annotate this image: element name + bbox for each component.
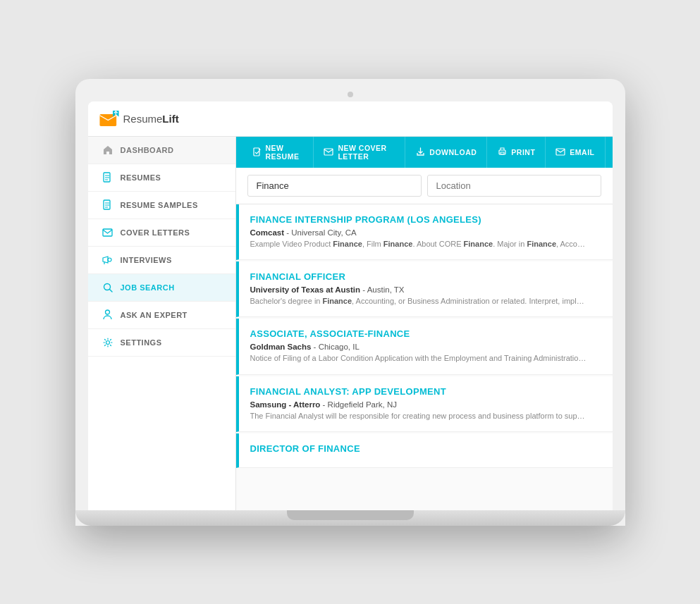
new-resume-label: NEW RESUME: [266, 144, 304, 161]
job-desc-0: Example Video Product Finance, Film Fina…: [250, 239, 589, 249]
svg-line-16: [109, 289, 112, 292]
new-cover-letter-icon: [324, 147, 333, 157]
job-title-3: FINANCIAL ANALYST: APP DEVELOPMENT: [250, 386, 601, 397]
job-desc-2: Notice of Filing of a Labor Condition Ap…: [250, 353, 589, 364]
download-button[interactable]: DOWNLOAD: [405, 137, 487, 168]
new-cover-letter-label: NEW COVER LETTER: [338, 144, 395, 161]
download-icon: [415, 147, 425, 157]
svg-rect-13: [108, 258, 111, 261]
keyword-search-input[interactable]: [247, 175, 422, 197]
sidebar-item-job-search[interactable]: JOB SEARCH: [88, 274, 235, 302]
person-icon: [102, 309, 113, 321]
laptop-base: [75, 510, 625, 526]
job-card-3[interactable]: FINANCIAL ANALYST: APP DEVELOPMENT Samsu…: [236, 376, 613, 432]
svg-point-17: [106, 310, 110, 314]
job-title-2: ASSOCIATE, ASSOCIATE-FINANCE: [250, 328, 601, 339]
job-title-1: FINANCIAL OFFICER: [250, 271, 601, 282]
megaphone-icon: [102, 254, 113, 266]
svg-rect-22: [501, 152, 504, 154]
action-toolbar: NEW RESUME NEW COVER LETTER: [236, 137, 613, 168]
sidebar: DASHBOARD RESUMES: [88, 137, 236, 510]
job-company-2: Goldman Sachs - Chicago, IL: [250, 343, 601, 351]
sidebar-item-ask-expert[interactable]: ASK AN EXPERT: [88, 302, 235, 329]
svg-marker-12: [103, 257, 108, 263]
job-title-4: DIRECTOR OF FINANCE: [250, 443, 601, 454]
job-card-2[interactable]: ASSOCIATE, ASSOCIATE-FINANCE Goldman Sac…: [236, 319, 613, 374]
job-card-0[interactable]: FINANCE INTERNSHIP PROGRAM (LOS ANGELES)…: [236, 204, 613, 260]
home-icon: [102, 144, 113, 156]
laptop-camera: [348, 92, 353, 97]
print-label: PRINT: [511, 148, 535, 156]
sidebar-item-dashboard[interactable]: DASHBOARD: [88, 137, 235, 164]
sidebar-item-interviews[interactable]: INTERVIEWS: [88, 247, 235, 274]
logo-text: ResumeLift: [123, 113, 179, 125]
sidebar-label-settings: SETTINGS: [121, 338, 162, 347]
new-resume-button[interactable]: NEW RESUME: [243, 137, 314, 168]
email-label: EMAIL: [570, 148, 594, 156]
job-company-1: University of Texas at Austin - Austin, …: [250, 285, 601, 294]
file-icon: [102, 172, 113, 183]
svg-rect-11: [103, 229, 112, 236]
laptop-stand: [287, 510, 414, 520]
file-list-icon: [102, 199, 113, 211]
job-card-4[interactable]: DIRECTOR OF FINANCE: [236, 433, 613, 468]
sidebar-label-interviews: INTERVIEWS: [121, 256, 172, 264]
sidebar-item-settings[interactable]: SETTINGS: [88, 329, 235, 357]
search-area: [236, 168, 613, 204]
sidebar-label-cover-letters: COVER LETTERS: [121, 228, 190, 237]
download-label: DOWNLOAD: [429, 148, 477, 156]
print-button[interactable]: PRINT: [487, 137, 546, 168]
sidebar-item-resume-samples[interactable]: RESUME SAMPLES: [88, 192, 235, 219]
app-container: ResumeLift DASHBOARD: [88, 101, 613, 510]
new-cover-letter-button[interactable]: NEW COVER LETTER: [314, 137, 405, 168]
job-desc-3: The Financial Analyst will be responsibl…: [250, 411, 589, 421]
sidebar-label-ask-expert: ASK AN EXPERT: [121, 311, 188, 319]
email-button[interactable]: EMAIL: [546, 137, 605, 168]
new-resume-icon: [253, 147, 262, 157]
laptop-screen: ResumeLift DASHBOARD: [88, 101, 613, 510]
sidebar-label-dashboard: DASHBOARD: [121, 146, 174, 154]
sidebar-label-resumes: RESUMES: [121, 173, 161, 182]
content-area: NEW RESUME NEW COVER LETTER: [236, 137, 613, 510]
job-title-0: FINANCE INTERNSHIP PROGRAM (LOS ANGELES): [250, 214, 601, 225]
job-listings: FINANCE INTERNSHIP PROGRAM (LOS ANGELES)…: [236, 204, 613, 510]
job-company-3: Samsung - Atterro - Ridgefield Park, NJ: [250, 400, 601, 409]
location-search-input[interactable]: [427, 175, 601, 197]
print-icon: [497, 147, 507, 157]
sidebar-label-resume-samples: RESUME SAMPLES: [121, 201, 198, 209]
gear-icon: [102, 337, 113, 348]
job-card-1[interactable]: FINANCIAL OFFICER University of Texas at…: [236, 261, 613, 317]
svg-point-18: [106, 340, 109, 344]
job-desc-1: Bachelor's degree in Finance, Accounting…: [250, 296, 589, 307]
email-icon: [555, 147, 565, 157]
logo-icon: [99, 111, 119, 126]
job-company-0: Comcast - Universal City, CA: [250, 228, 601, 237]
logo-area: ResumeLift: [99, 111, 179, 126]
app-header: ResumeLift: [88, 101, 613, 137]
sidebar-item-cover-letters[interactable]: COVER LETTERS: [88, 219, 235, 247]
sidebar-item-resumes[interactable]: RESUMES: [88, 164, 235, 192]
sidebar-label-job-search: JOB SEARCH: [121, 283, 175, 292]
app-body: DASHBOARD RESUMES: [88, 137, 613, 510]
envelope-icon: [102, 227, 113, 238]
search-icon: [102, 282, 113, 293]
